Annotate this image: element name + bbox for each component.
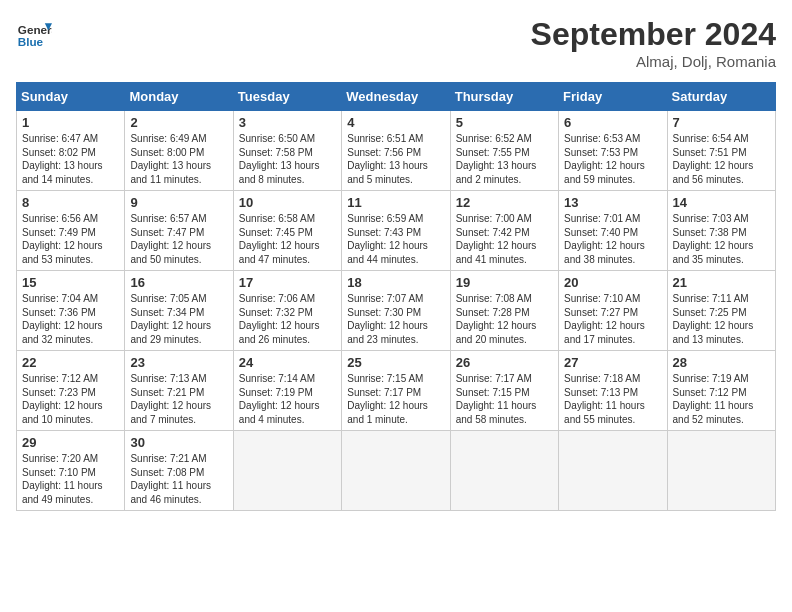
calendar-row: 22Sunrise: 7:12 AMSunset: 7:23 PMDayligh… bbox=[17, 351, 776, 431]
calendar-cell-empty bbox=[559, 431, 667, 511]
calendar-cell: 12Sunrise: 7:00 AMSunset: 7:42 PMDayligh… bbox=[450, 191, 558, 271]
calendar-cell: 13Sunrise: 7:01 AMSunset: 7:40 PMDayligh… bbox=[559, 191, 667, 271]
calendar-cell: 5Sunrise: 6:52 AMSunset: 7:55 PMDaylight… bbox=[450, 111, 558, 191]
calendar-cell: 14Sunrise: 7:03 AMSunset: 7:38 PMDayligh… bbox=[667, 191, 775, 271]
logo-icon: General Blue bbox=[16, 16, 52, 52]
calendar-cell: 24Sunrise: 7:14 AMSunset: 7:19 PMDayligh… bbox=[233, 351, 341, 431]
calendar-row: 29Sunrise: 7:20 AMSunset: 7:10 PMDayligh… bbox=[17, 431, 776, 511]
calendar-cell: 1Sunrise: 6:47 AMSunset: 8:02 PMDaylight… bbox=[17, 111, 125, 191]
logo: General Blue bbox=[16, 16, 52, 52]
calendar-cell: 28Sunrise: 7:19 AMSunset: 7:12 PMDayligh… bbox=[667, 351, 775, 431]
calendar-cell: 17Sunrise: 7:06 AMSunset: 7:32 PMDayligh… bbox=[233, 271, 341, 351]
calendar-cell: 15Sunrise: 7:04 AMSunset: 7:36 PMDayligh… bbox=[17, 271, 125, 351]
calendar-cell-empty bbox=[667, 431, 775, 511]
calendar-cell: 3Sunrise: 6:50 AMSunset: 7:58 PMDaylight… bbox=[233, 111, 341, 191]
calendar-cell: 6Sunrise: 6:53 AMSunset: 7:53 PMDaylight… bbox=[559, 111, 667, 191]
calendar-row: 8Sunrise: 6:56 AMSunset: 7:49 PMDaylight… bbox=[17, 191, 776, 271]
calendar-cell: 21Sunrise: 7:11 AMSunset: 7:25 PMDayligh… bbox=[667, 271, 775, 351]
weekday-header: Sunday bbox=[17, 83, 125, 111]
calendar-cell: 29Sunrise: 7:20 AMSunset: 7:10 PMDayligh… bbox=[17, 431, 125, 511]
calendar-cell: 2Sunrise: 6:49 AMSunset: 8:00 PMDaylight… bbox=[125, 111, 233, 191]
calendar-row: 1Sunrise: 6:47 AMSunset: 8:02 PMDaylight… bbox=[17, 111, 776, 191]
weekday-header: Friday bbox=[559, 83, 667, 111]
calendar-cell: 4Sunrise: 6:51 AMSunset: 7:56 PMDaylight… bbox=[342, 111, 450, 191]
calendar-cell-empty bbox=[450, 431, 558, 511]
calendar-cell-empty bbox=[342, 431, 450, 511]
calendar-cell: 10Sunrise: 6:58 AMSunset: 7:45 PMDayligh… bbox=[233, 191, 341, 271]
page-header: General Blue September 2024 Almaj, Dolj,… bbox=[16, 16, 776, 70]
calendar-row: 15Sunrise: 7:04 AMSunset: 7:36 PMDayligh… bbox=[17, 271, 776, 351]
calendar-cell: 8Sunrise: 6:56 AMSunset: 7:49 PMDaylight… bbox=[17, 191, 125, 271]
calendar-cell: 27Sunrise: 7:18 AMSunset: 7:13 PMDayligh… bbox=[559, 351, 667, 431]
calendar-cell: 11Sunrise: 6:59 AMSunset: 7:43 PMDayligh… bbox=[342, 191, 450, 271]
header-row: SundayMondayTuesdayWednesdayThursdayFrid… bbox=[17, 83, 776, 111]
calendar-cell: 7Sunrise: 6:54 AMSunset: 7:51 PMDaylight… bbox=[667, 111, 775, 191]
month-title: September 2024 bbox=[531, 16, 776, 53]
weekday-header: Saturday bbox=[667, 83, 775, 111]
weekday-header: Tuesday bbox=[233, 83, 341, 111]
calendar-cell: 18Sunrise: 7:07 AMSunset: 7:30 PMDayligh… bbox=[342, 271, 450, 351]
calendar-cell: 23Sunrise: 7:13 AMSunset: 7:21 PMDayligh… bbox=[125, 351, 233, 431]
calendar-cell: 25Sunrise: 7:15 AMSunset: 7:17 PMDayligh… bbox=[342, 351, 450, 431]
svg-text:Blue: Blue bbox=[18, 35, 44, 48]
calendar-cell: 16Sunrise: 7:05 AMSunset: 7:34 PMDayligh… bbox=[125, 271, 233, 351]
calendar-cell: 20Sunrise: 7:10 AMSunset: 7:27 PMDayligh… bbox=[559, 271, 667, 351]
title-block: September 2024 Almaj, Dolj, Romania bbox=[531, 16, 776, 70]
calendar-cell: 22Sunrise: 7:12 AMSunset: 7:23 PMDayligh… bbox=[17, 351, 125, 431]
location: Almaj, Dolj, Romania bbox=[531, 53, 776, 70]
weekday-header: Wednesday bbox=[342, 83, 450, 111]
calendar-cell: 30Sunrise: 7:21 AMSunset: 7:08 PMDayligh… bbox=[125, 431, 233, 511]
calendar-table: SundayMondayTuesdayWednesdayThursdayFrid… bbox=[16, 82, 776, 511]
calendar-cell: 26Sunrise: 7:17 AMSunset: 7:15 PMDayligh… bbox=[450, 351, 558, 431]
calendar-cell: 19Sunrise: 7:08 AMSunset: 7:28 PMDayligh… bbox=[450, 271, 558, 351]
calendar-cell-empty bbox=[233, 431, 341, 511]
calendar-cell: 9Sunrise: 6:57 AMSunset: 7:47 PMDaylight… bbox=[125, 191, 233, 271]
weekday-header: Thursday bbox=[450, 83, 558, 111]
weekday-header: Monday bbox=[125, 83, 233, 111]
